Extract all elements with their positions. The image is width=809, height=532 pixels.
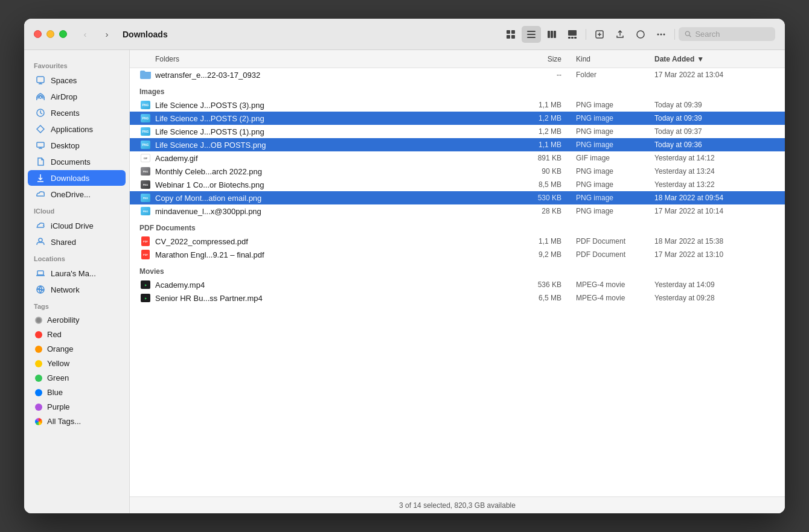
svg-point-21 xyxy=(685,31,689,36)
sidebar-item-tag-yellow[interactable]: Yellow xyxy=(28,356,126,370)
back-button[interactable]: ‹ xyxy=(77,26,94,43)
file-name: Life Science J...POSTS (1).png xyxy=(155,127,522,136)
file-row-marathon[interactable]: PDF Marathon Engl...9.21 – final.pdf 9,2… xyxy=(130,248,785,261)
file-row-academy-gif[interactable]: GIF Academy.gif 891 KB GIF image Yesterd… xyxy=(130,151,785,165)
icon-view-button[interactable] xyxy=(501,26,520,43)
file-name: Life Science J...OB POSTS.png xyxy=(155,141,522,150)
search-input[interactable] xyxy=(695,30,769,39)
file-row-copy-mont[interactable]: PNG Copy of Mont...ation email.png 530 K… xyxy=(130,191,785,204)
file-kind: PNG image xyxy=(576,167,654,176)
col-header-date[interactable]: Date Added ▼ xyxy=(654,55,775,63)
sidebar-item-tag-aerobility[interactable]: Aerobility xyxy=(28,313,126,327)
tag-red-dot xyxy=(35,331,42,338)
sidebar-item-icloud-drive[interactable]: iCloud Drive xyxy=(28,218,126,233)
file-size: 1,1 MB xyxy=(522,141,576,149)
file-row-wetransfer[interactable]: wetransfer_e...22-03-17_0932 -- Folder 1… xyxy=(130,68,785,81)
forward-button[interactable]: › xyxy=(98,26,115,43)
file-name: Marathon Engl...9.21 – final.pdf xyxy=(155,250,522,259)
sidebar-item-tag-all[interactable]: All Tags... xyxy=(28,414,126,428)
file-name: Monthly Celeb...arch 2022.png xyxy=(155,167,522,176)
minimize-button[interactable] xyxy=(46,30,54,38)
file-size: 536 KB xyxy=(522,280,576,289)
sidebar-item-tag-orange[interactable]: Orange xyxy=(28,342,126,356)
file-row-cv2022[interactable]: PDF CV_2022_compressed.pdf 1,1 MB PDF Do… xyxy=(130,235,785,248)
sidebar-label: Yellow xyxy=(47,359,69,368)
file-size: 1,1 MB xyxy=(522,237,576,245)
sidebar-item-tag-red[interactable]: Red xyxy=(28,328,126,341)
finder-window: ‹ › Downloads xyxy=(24,19,785,513)
pdf-icon: PDF xyxy=(139,236,152,246)
sidebar-item-airdrop[interactable]: AirDrop xyxy=(28,89,126,104)
col-header-kind[interactable]: Kind xyxy=(576,55,654,63)
search-icon xyxy=(685,30,691,38)
sidebar-item-desktop[interactable]: Desktop xyxy=(28,138,126,153)
svg-rect-12 xyxy=(571,37,574,39)
sidebar: Favourites Spaces AirDrop Recents xyxy=(24,50,130,513)
file-size: 90 KB xyxy=(522,167,576,176)
sidebar-item-downloads[interactable]: Downloads xyxy=(28,170,126,186)
png-icon: PNG xyxy=(139,100,152,110)
sidebar-item-tag-blue[interactable]: Blue xyxy=(28,385,126,399)
close-button[interactable] xyxy=(34,30,42,38)
file-size: 530 KB xyxy=(522,194,576,202)
spaces-icon xyxy=(35,75,46,86)
file-row-lsjob[interactable]: PNG Life Science J...OB POSTS.png 1,1 MB… xyxy=(130,138,785,151)
file-date: 17 Mar 2022 at 13:10 xyxy=(654,250,775,259)
svg-rect-6 xyxy=(527,37,536,38)
file-date: 17 Mar 2022 at 10:14 xyxy=(654,207,775,215)
file-row-webinar[interactable]: PNG Webinar 1 Co...or Biotechs.png 8,5 M… xyxy=(130,178,785,191)
col-header-size[interactable]: Size xyxy=(522,55,576,63)
sidebar-item-shared[interactable]: Shared xyxy=(28,234,126,250)
file-row-ls1[interactable]: PNG Life Science J...POSTS (1).png 1,2 M… xyxy=(130,125,785,138)
folder-icon xyxy=(139,70,152,80)
file-row-senior-hr[interactable]: ▶ Senior HR Bu...ss Partner.mp4 6,5 MB M… xyxy=(130,291,785,305)
status-text: 3 of 14 selected, 820,3 GB available xyxy=(399,501,516,510)
svg-rect-8 xyxy=(551,31,553,38)
sidebar-item-tag-green[interactable]: Green xyxy=(28,371,126,385)
file-name: Life Science J...POSTS (3).png xyxy=(155,101,522,110)
sidebar-label: Documents xyxy=(51,157,91,166)
file-name: Academy.gif xyxy=(155,154,522,163)
sidebar-item-onedrive[interactable]: OneDrive... xyxy=(28,186,126,202)
svg-point-18 xyxy=(657,33,659,35)
toolbar-icons xyxy=(501,26,775,43)
column-view-button[interactable] xyxy=(542,26,561,43)
svg-rect-9 xyxy=(554,31,556,38)
share-button[interactable] xyxy=(610,26,630,43)
svg-rect-5 xyxy=(527,34,536,35)
downloads-icon xyxy=(35,173,46,183)
quick-look-button[interactable] xyxy=(590,26,609,43)
col-header-name[interactable]: Folders xyxy=(155,55,522,63)
png-icon: PNG xyxy=(139,206,152,216)
sidebar-section-tags: Tags xyxy=(24,298,129,312)
search-box[interactable] xyxy=(679,27,775,41)
sidebar-item-network[interactable]: Network xyxy=(28,282,126,297)
gallery-view-button[interactable] xyxy=(563,26,582,43)
png-icon: PNG xyxy=(139,113,152,123)
file-row-ls2[interactable]: PNG Life Science J...POSTS (2).png 1,2 M… xyxy=(130,112,785,125)
file-row-academy-mp4[interactable]: ▶ Academy.mp4 536 KB MPEG-4 movie Yester… xyxy=(130,278,785,291)
more-button[interactable] xyxy=(651,26,671,43)
sidebar-label: Network xyxy=(51,285,80,294)
sidebar-item-tag-purple[interactable]: Purple xyxy=(28,400,126,414)
sidebar-item-documents[interactable]: Documents xyxy=(28,154,126,169)
sidebar-item-spaces[interactable]: Spaces xyxy=(28,72,126,88)
sidebar-label: Aerobility xyxy=(47,315,79,325)
sidebar-item-applications[interactable]: Applications xyxy=(28,121,126,137)
list-view-button[interactable] xyxy=(522,26,541,43)
png-icon: PNG xyxy=(139,193,152,203)
png-icon: PNG xyxy=(139,127,152,136)
tag-purple-dot xyxy=(35,404,42,411)
file-size: -- xyxy=(522,71,576,79)
sidebar-item-lauras-mac[interactable]: Laura's Ma... xyxy=(28,265,126,281)
sidebar-item-recents[interactable]: Recents xyxy=(28,105,126,121)
maximize-button[interactable] xyxy=(59,30,67,38)
file-list[interactable]: wetransfer_e...22-03-17_0932 -- Folder 1… xyxy=(130,68,785,496)
png-icon: PNG xyxy=(139,180,152,189)
file-row-monthly[interactable]: PNG Monthly Celeb...arch 2022.png 90 KB … xyxy=(130,165,785,178)
documents-icon xyxy=(35,156,46,167)
tag-button[interactable] xyxy=(631,26,650,43)
file-row-mindavenue[interactable]: PNG mindavenue_l...x@300ppi.png 28 KB PN… xyxy=(130,204,785,218)
file-row-ls3[interactable]: PNG Life Science J...POSTS (3).png 1,1 M… xyxy=(130,98,785,112)
file-date: 17 Mar 2022 at 13:04 xyxy=(654,71,775,79)
